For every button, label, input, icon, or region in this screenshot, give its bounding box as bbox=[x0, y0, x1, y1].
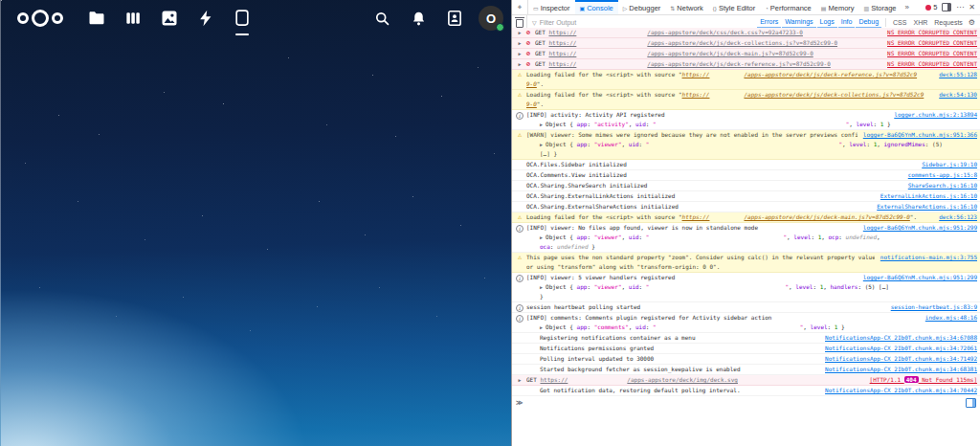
source-link[interactable]: logger-Ba6Q6YnM.chunk.mjs:951:366 bbox=[863, 131, 977, 138]
board-columns-icon bbox=[123, 9, 143, 28]
source-link[interactable]: logger-Ba6Q6YnM.chunk.mjs:951:299 bbox=[863, 224, 977, 231]
filter-logs[interactable]: Logs bbox=[817, 17, 837, 28]
filter-info[interactable]: Info bbox=[838, 17, 856, 28]
url-link[interactable]: https:// bbox=[682, 71, 710, 78]
console-input-row[interactable]: ≫ bbox=[512, 396, 980, 410]
source-link[interactable]: ExternalLinkActions.js:16:10 bbox=[880, 192, 977, 199]
url-link[interactable]: /apps-appstore/deck/img/deck.svg bbox=[627, 376, 738, 383]
tab-storage[interactable]: ▥Storage bbox=[859, 0, 902, 14]
row-icons: i bbox=[516, 302, 526, 312]
user-avatar[interactable]: O bbox=[479, 6, 503, 31]
notifications-button[interactable] bbox=[409, 8, 428, 29]
close-icon[interactable]: ✕ bbox=[969, 3, 975, 11]
contacts-button[interactable] bbox=[445, 8, 464, 29]
message-text: […] } bbox=[526, 149, 977, 159]
sidebar-item-deck[interactable] bbox=[123, 8, 143, 29]
url-link[interactable]: https:// bbox=[548, 60, 576, 67]
source-link[interactable]: comments-app.js:15:8 bbox=[908, 171, 977, 178]
source-link[interactable]: Sidebar.js:19:10 bbox=[922, 161, 977, 167]
url-link[interactable]: 9-0 bbox=[526, 100, 537, 107]
search-button[interactable] bbox=[372, 8, 391, 29]
sidebar-toggle-icon[interactable] bbox=[966, 398, 976, 408]
row-icons: i bbox=[516, 313, 526, 332]
tab-style-editor[interactable]: {}Style Editor bbox=[708, 0, 760, 14]
message-location: logger-Ba6Q6YnM.chunk.mjs:951:299 bbox=[858, 223, 977, 233]
url-link[interactable]: https:// bbox=[548, 29, 576, 35]
expand-caret-icon[interactable]: ▶ bbox=[516, 59, 523, 69]
error-count-badge[interactable]: 5 bbox=[925, 3, 937, 11]
filter-errors[interactable]: Errors bbox=[757, 17, 781, 28]
source-link[interactable]: notifications-main.mjs:3:755 bbox=[880, 254, 977, 260]
url-link[interactable]: /apps-appstore/deck/js/deck-reference.js… bbox=[744, 71, 917, 78]
responsive-mode-icon[interactable] bbox=[942, 3, 951, 11]
source-link[interactable]: deck:54:130 bbox=[939, 91, 977, 98]
element-picker-button[interactable]: ⌖ bbox=[512, 0, 528, 14]
source-link[interactable]: session-heartbeat.js:83:9 bbox=[891, 303, 977, 310]
url-link[interactable]: https:// bbox=[548, 50, 576, 56]
expand-caret-icon[interactable]: ▶ bbox=[516, 375, 523, 385]
source-link[interactable]: ExternalShareActions.js:16:10 bbox=[877, 203, 977, 210]
tab-network[interactable]: ⇅Network bbox=[665, 0, 708, 14]
http-status-badge: 404 bbox=[904, 376, 919, 383]
sidebar-item-files[interactable] bbox=[87, 8, 106, 29]
url-link[interactable]: /apps-appstore/deck/js/deck-reference.js… bbox=[647, 60, 830, 67]
filter-xhr[interactable]: XHR bbox=[910, 19, 930, 26]
filter-css[interactable]: CSS bbox=[890, 19, 909, 26]
gear-icon[interactable]: ⚙ bbox=[967, 18, 977, 27]
source-link[interactable]: logger-Ba6Q6YnM.chunk.mjs:951:299 bbox=[863, 274, 977, 280]
sidebar-item-activity[interactable] bbox=[196, 8, 215, 29]
source-link[interactable]: ShareSearch.js:16:10 bbox=[908, 182, 977, 189]
source-link[interactable]: NotificationsApp-CX_2Ib0T.chunk.mjs:34:7… bbox=[825, 355, 977, 362]
message-text: Loading failed for the <script> with sou… bbox=[526, 91, 682, 98]
filter-requests[interactable]: Requests bbox=[931, 19, 966, 26]
source-link[interactable]: deck:55:128 bbox=[939, 71, 977, 78]
url-link[interactable]: /apps-appstore/deck/js/deck-main.js?v=87… bbox=[647, 50, 813, 56]
url-link[interactable]: https:// bbox=[548, 39, 576, 46]
source-link[interactable]: NotificationsApp-CX_2Ib0T.chunk.mjs:34:7… bbox=[825, 345, 977, 351]
expand-caret-icon[interactable]: ▶ bbox=[516, 38, 523, 48]
expand-caret-icon[interactable]: ▶ bbox=[516, 28, 523, 37]
message-location: logger-Ba6Q6YnM.chunk.mjs:951:366 bbox=[858, 130, 977, 140]
tab-performance[interactable]: ◔Performance bbox=[760, 0, 816, 14]
console-line: GET https:///apps-appstore/deck/js/deck-… bbox=[535, 49, 977, 58]
meatball-menu-icon[interactable]: ⋯ bbox=[956, 3, 964, 11]
message-text: Object { bbox=[546, 121, 577, 127]
more-tools-button[interactable]: » bbox=[902, 0, 913, 14]
url-link[interactable]: /apps-appstore/deck/js/deck-main.js?v=87… bbox=[744, 213, 909, 220]
redacted-text-gap bbox=[649, 238, 783, 239]
sidebar-item-current-app[interactable] bbox=[233, 8, 252, 29]
source-link[interactable]: index.mjs:48:16 bbox=[925, 314, 977, 321]
source-link[interactable]: NotificationsApp-CX_2Ib0T.chunk.mjs:34:7… bbox=[825, 387, 977, 393]
nextcloud-logo-icon[interactable] bbox=[13, 6, 67, 31]
expand-caret-icon[interactable]: ▶ bbox=[516, 49, 523, 58]
console-line: } bbox=[526, 292, 977, 301]
filter-output-input[interactable]: ▽ Filter Output bbox=[527, 19, 576, 26]
tab-debugger[interactable]: ▷Debugger bbox=[618, 0, 666, 14]
source-link[interactable]: NotificationsApp-CX_2Ib0T.chunk.mjs:34:6… bbox=[825, 366, 977, 372]
console-line: OCA.Comments.View initializedcomments-ap… bbox=[526, 170, 977, 180]
tab-label: Inspector bbox=[541, 4, 570, 12]
filter-warnings[interactable]: Warnings bbox=[782, 17, 815, 28]
message-text: ▶ Object { app: "comments", uid: "", lev… bbox=[526, 323, 977, 332]
url-link[interactable]: /apps-appstore/deck/js/deck-collections.… bbox=[744, 91, 924, 98]
message-location: ExternalLinkActions.js:16:10 bbox=[875, 191, 977, 201]
source-link[interactable]: deck:56:123 bbox=[939, 213, 977, 220]
message-text: ". bbox=[537, 80, 544, 87]
url-link[interactable]: https:// bbox=[682, 213, 710, 220]
sidebar-item-photos[interactable] bbox=[160, 8, 179, 29]
filter-debug[interactable]: Debug bbox=[856, 17, 881, 28]
message-text: : bbox=[639, 283, 646, 290]
source-link[interactable]: NotificationsApp-CX_2Ib0T.chunk.mjs:34:6… bbox=[825, 334, 977, 341]
tab-inspector[interactable]: ▭Inspector bbox=[528, 0, 575, 14]
url-link[interactable]: /apps-appstore/deck/css/deck.css?v=92a47… bbox=[647, 29, 803, 35]
message-text: Loading failed for the <script> with sou… bbox=[526, 71, 682, 78]
url-link[interactable]: https:// bbox=[540, 376, 568, 383]
tab-console[interactable]: ▣Console bbox=[575, 0, 618, 14]
message-text: , bbox=[622, 283, 629, 290]
url-link[interactable]: https:// bbox=[682, 91, 710, 98]
tab-memory[interactable]: ▤Memory bbox=[816, 0, 859, 14]
url-link[interactable]: /apps-appstore/deck/js/deck-collections.… bbox=[647, 39, 837, 46]
clear-console-button[interactable] bbox=[512, 15, 527, 29]
source-link[interactable]: logger.chunk.mjs:2:13894 bbox=[894, 111, 977, 118]
url-link[interactable]: 9-0 bbox=[526, 80, 537, 87]
